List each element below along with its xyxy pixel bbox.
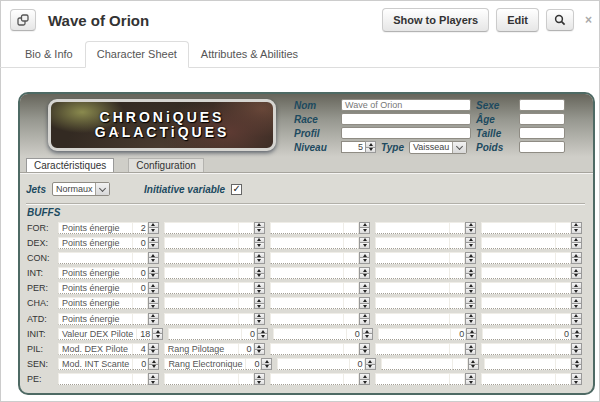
spin-down-icon[interactable] — [254, 243, 265, 249]
buff-text-input[interactable] — [58, 373, 133, 385]
buff-number-input[interactable] — [450, 267, 465, 279]
spin-down-icon[interactable] — [148, 304, 159, 310]
buff-number-input[interactable] — [239, 237, 254, 249]
buff-number-input[interactable] — [556, 282, 571, 294]
buff-text-input[interactable]: Rang Pilotage — [164, 343, 239, 355]
buff-text-input[interactable] — [164, 222, 239, 234]
spin-down-icon[interactable] — [254, 258, 265, 264]
buff-text-input[interactable] — [164, 267, 239, 279]
buff-number-input[interactable]: 0 — [133, 267, 148, 279]
spin-down-icon[interactable] — [359, 243, 370, 249]
search-button[interactable] — [546, 9, 574, 31]
buff-number-input[interactable] — [556, 343, 571, 355]
spin-down-icon[interactable] — [254, 274, 265, 280]
buff-number-input[interactable] — [450, 313, 465, 325]
buff-text-input[interactable] — [270, 267, 345, 279]
spin-down-icon[interactable] — [571, 274, 582, 280]
buff-number-input[interactable] — [344, 282, 359, 294]
spin-down-icon[interactable] — [465, 258, 476, 264]
buff-number-input[interactable] — [344, 297, 359, 309]
buff-text-input[interactable]: Mod. DEX Pilote — [58, 343, 133, 355]
tab-configuration[interactable]: Configuration — [128, 158, 203, 172]
spin-down-icon[interactable] — [365, 148, 376, 154]
buff-text-input[interactable]: Points énergie — [58, 297, 133, 309]
buff-text-input[interactable] — [164, 297, 239, 309]
spin-down-icon[interactable] — [468, 365, 479, 371]
buff-text-input[interactable] — [481, 297, 556, 309]
spin-down-icon[interactable] — [148, 243, 159, 249]
buff-text-input[interactable] — [481, 237, 556, 249]
buff-number-input[interactable]: 0 — [242, 328, 257, 340]
buff-number-input[interactable] — [344, 343, 359, 355]
buff-text-input[interactable] — [270, 282, 345, 294]
spin-down-icon[interactable] — [254, 380, 265, 386]
buff-number-input[interactable] — [556, 297, 571, 309]
tab-attributes-abilities[interactable]: Attributes & Abilities — [189, 41, 310, 68]
spin-down-icon[interactable] — [571, 319, 582, 325]
buff-number-input[interactable] — [450, 222, 465, 234]
buff-text-input[interactable] — [168, 328, 242, 340]
buff-number-input[interactable]: 0 — [451, 328, 466, 340]
spin-down-icon[interactable] — [571, 380, 582, 386]
buff-number-input[interactable]: 0 — [347, 328, 362, 340]
buff-number-input[interactable]: 2 — [133, 222, 148, 234]
buff-number-input[interactable]: 18 — [137, 328, 152, 340]
spin-down-icon[interactable] — [254, 228, 265, 234]
buff-text-input[interactable] — [481, 313, 556, 325]
buff-text-input[interactable] — [375, 343, 450, 355]
taille-input[interactable] — [519, 127, 565, 139]
spin-down-icon[interactable] — [152, 334, 163, 340]
spin-down-icon[interactable] — [571, 365, 582, 371]
spin-down-icon[interactable] — [148, 319, 159, 325]
buff-number-input[interactable] — [450, 297, 465, 309]
buff-number-input[interactable] — [450, 237, 465, 249]
buff-text-input[interactable]: Points énergie — [58, 282, 133, 294]
buff-text-input[interactable] — [482, 328, 556, 340]
buff-text-input[interactable]: Points énergie — [58, 237, 133, 249]
buff-text-input[interactable] — [481, 343, 556, 355]
buff-text-input[interactable] — [270, 313, 345, 325]
buff-text-input[interactable] — [481, 222, 556, 234]
buff-text-input[interactable] — [481, 267, 556, 279]
buff-text-input[interactable] — [164, 313, 239, 325]
buff-text-input[interactable] — [375, 267, 450, 279]
buff-number-input[interactable] — [556, 373, 571, 385]
tab-bio-info[interactable]: Bio & Info — [13, 41, 85, 68]
spin-down-icon[interactable] — [359, 228, 370, 234]
buff-text-input[interactable]: Points énergie — [58, 267, 133, 279]
buff-number-input[interactable] — [344, 267, 359, 279]
buff-text-input[interactable] — [270, 343, 345, 355]
spin-down-icon[interactable] — [571, 350, 582, 356]
buff-text-input[interactable] — [270, 297, 345, 309]
buff-text-input[interactable] — [270, 373, 345, 385]
buff-text-input[interactable] — [375, 252, 450, 264]
buff-number-input[interactable]: 0 — [133, 358, 148, 370]
spin-down-icon[interactable] — [148, 289, 159, 295]
buff-number-input[interactable]: 4 — [133, 343, 148, 355]
spin-down-icon[interactable] — [261, 365, 272, 371]
profil-input[interactable] — [341, 127, 471, 139]
tab-caracteristiques[interactable]: Caractéristiques — [26, 158, 114, 172]
spin-down-icon[interactable] — [571, 304, 582, 310]
buff-text-input[interactable] — [270, 222, 345, 234]
buff-text-input[interactable] — [58, 252, 133, 264]
popout-button[interactable] — [10, 9, 36, 31]
buff-number-input[interactable] — [344, 252, 359, 264]
spin-down-icon[interactable] — [257, 334, 268, 340]
spin-down-icon[interactable] — [365, 365, 376, 371]
spin-down-icon[interactable] — [148, 258, 159, 264]
buff-number-input[interactable]: 0 — [350, 358, 365, 370]
spin-down-icon[interactable] — [465, 380, 476, 386]
buff-text-input[interactable] — [375, 313, 450, 325]
buff-number-input[interactable] — [133, 252, 148, 264]
buff-number-input[interactable] — [450, 343, 465, 355]
niveau-input[interactable]: 5 — [341, 141, 365, 153]
spin-down-icon[interactable] — [359, 350, 370, 356]
buff-text-input[interactable] — [273, 328, 347, 340]
buff-text-input[interactable] — [277, 358, 349, 370]
spin-down-icon[interactable] — [465, 289, 476, 295]
spin-down-icon[interactable] — [254, 304, 265, 310]
buff-number-input[interactable] — [239, 267, 254, 279]
spin-down-icon[interactable] — [254, 319, 265, 325]
spin-down-icon[interactable] — [359, 304, 370, 310]
